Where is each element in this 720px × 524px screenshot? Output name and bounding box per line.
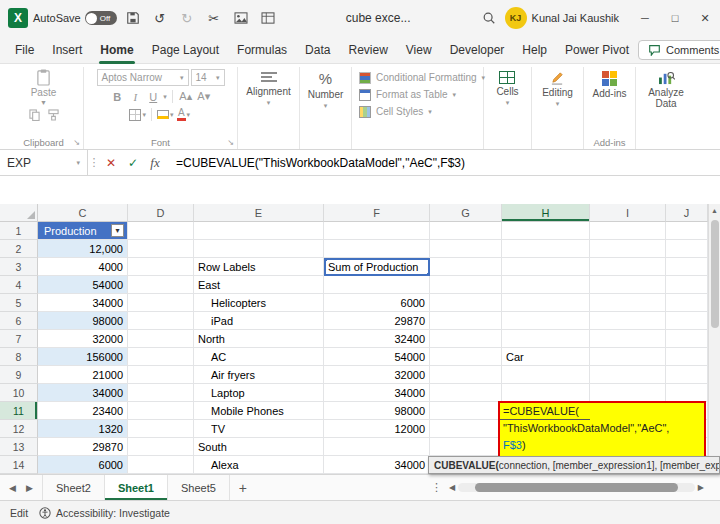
cell-H8[interactable]: Car <box>502 348 590 366</box>
cell-F7[interactable]: 32400 <box>324 330 430 348</box>
name-box[interactable]: EXP ▾ <box>0 150 88 175</box>
row-header-6[interactable]: 6 <box>0 312 38 330</box>
row-header-13[interactable]: 13 <box>0 438 38 456</box>
cell-C14[interactable]: 6000 <box>38 456 128 474</box>
cell-H6[interactable] <box>502 312 590 330</box>
cell-G3[interactable] <box>430 258 502 276</box>
horizontal-scrollbar[interactable]: ◀ ▶ <box>449 483 704 492</box>
cell-G1[interactable] <box>430 222 502 240</box>
cell-G11[interactable] <box>430 402 502 420</box>
editing-button[interactable]: Editing ▾ <box>542 69 573 108</box>
cell-C9[interactable]: 21000 <box>38 366 128 384</box>
cell-F14[interactable]: 34000 <box>324 456 430 474</box>
formula-bar-kebab-icon[interactable]: ⋮ <box>88 156 100 169</box>
cell-C7[interactable]: 32000 <box>38 330 128 348</box>
bold-button[interactable]: B <box>109 89 125 104</box>
cell-H10[interactable] <box>502 384 590 402</box>
number-button[interactable]: % Number ▾ <box>308 69 344 110</box>
vertical-scrollbar[interactable]: ▲ <box>708 204 720 474</box>
cell-I3[interactable] <box>590 258 666 276</box>
underline-button[interactable]: U <box>145 89 161 104</box>
table-icon[interactable] <box>257 7 279 29</box>
menu-tab-power-pivot[interactable]: Power Pivot <box>556 36 638 64</box>
confirm-entry-icon[interactable]: ✓ <box>122 150 144 175</box>
cell-D10[interactable] <box>128 384 194 402</box>
undo-icon[interactable]: ↺ <box>149 7 171 29</box>
cell-G8[interactable] <box>430 348 502 366</box>
cell-E2[interactable] <box>194 240 324 258</box>
cell-E4[interactable]: East <box>194 276 324 294</box>
document-title[interactable]: cube exce... <box>346 11 411 25</box>
search-icon[interactable] <box>478 7 500 29</box>
column-header-I[interactable]: I <box>590 204 666 222</box>
row-header-12[interactable]: 12 <box>0 420 38 438</box>
cell-F13[interactable] <box>324 438 430 456</box>
new-sheet-button[interactable]: + <box>230 480 256 496</box>
cell-E9[interactable]: Air fryers <box>194 366 324 384</box>
cell-I10[interactable] <box>590 384 666 402</box>
column-header-F[interactable]: F <box>324 204 430 222</box>
cell-I9[interactable] <box>590 366 666 384</box>
scroll-up-icon[interactable]: ▲ <box>711 204 718 217</box>
maximize-button[interactable]: □ <box>660 0 690 36</box>
cell-E7[interactable]: North <box>194 330 324 348</box>
avatar[interactable]: KJ <box>505 7 527 29</box>
decrease-font-button[interactable]: A▾ <box>196 89 212 104</box>
fill-color-button[interactable]: ▾ <box>157 107 174 122</box>
menu-tab-formulas[interactable]: Formulas <box>228 36 296 64</box>
row-header-14[interactable]: 14 <box>0 456 38 474</box>
sheet-nav-right-icon[interactable]: ▶ <box>21 483 38 493</box>
cell-F1[interactable] <box>324 222 430 240</box>
cell-E1[interactable] <box>194 222 324 240</box>
cell-D14[interactable] <box>128 456 194 474</box>
column-header-D[interactable]: D <box>128 204 194 222</box>
cell-G4[interactable] <box>430 276 502 294</box>
cell-G10[interactable] <box>430 384 502 402</box>
cut-icon[interactable]: ✂ <box>203 7 225 29</box>
menu-tab-page-layout[interactable]: Page Layout <box>143 36 228 64</box>
sheet-bar-kebab-icon[interactable]: ⋮ <box>424 481 449 494</box>
cell-D5[interactable] <box>128 294 194 312</box>
cell-D13[interactable] <box>128 438 194 456</box>
cancel-entry-icon[interactable]: ✕ <box>100 150 122 175</box>
cell-E3[interactable]: Row Labels <box>194 258 324 276</box>
cell-D9[interactable] <box>128 366 194 384</box>
sheet-tab-sheet2[interactable]: Sheet2 <box>42 475 105 500</box>
cell-C8[interactable]: 156000 <box>38 348 128 366</box>
cell-J6[interactable] <box>666 312 708 330</box>
cell-J10[interactable] <box>666 384 708 402</box>
minimize-button[interactable]: ─ <box>630 0 660 36</box>
cell-E6[interactable]: iPad <box>194 312 324 330</box>
cell-C4[interactable]: 54000 <box>38 276 128 294</box>
cell-D2[interactable] <box>128 240 194 258</box>
cell-D8[interactable] <box>128 348 194 366</box>
cell-F12[interactable]: 12000 <box>324 420 430 438</box>
sheet-tab-sheet5[interactable]: Sheet5 <box>168 475 230 500</box>
horizontal-scrollbar-track[interactable] <box>458 483 695 492</box>
column-header-H[interactable]: H <box>502 204 590 222</box>
horizontal-scrollbar-thumb[interactable] <box>475 483 679 492</box>
cell-F11[interactable]: 98000 <box>324 402 430 420</box>
cell-H4[interactable] <box>502 276 590 294</box>
cell-styles-button[interactable]: Cell Styles ▾ <box>359 103 432 120</box>
cell-J5[interactable] <box>666 294 708 312</box>
cell-I6[interactable] <box>590 312 666 330</box>
cell-J7[interactable] <box>666 330 708 348</box>
scroll-left-icon[interactable]: ◀ <box>449 483 455 492</box>
cell-E14[interactable]: Alexa <box>194 456 324 474</box>
menu-tab-developer[interactable]: Developer <box>441 36 514 64</box>
font-name-select[interactable]: Aptos Narrow ▾ <box>97 69 189 86</box>
cell-I5[interactable] <box>590 294 666 312</box>
cell-C11[interactable]: 23400 <box>38 402 128 420</box>
save-icon[interactable] <box>122 7 144 29</box>
menu-tab-insert[interactable]: Insert <box>43 36 91 64</box>
comments-button[interactable]: Comments <box>638 40 720 60</box>
paste-dropdown-icon[interactable]: ▼ <box>40 99 47 106</box>
cell-I2[interactable] <box>590 240 666 258</box>
sheet-tab-sheet1[interactable]: Sheet1 <box>105 475 168 500</box>
cell-C12[interactable]: 1320 <box>38 420 128 438</box>
cell-H7[interactable] <box>502 330 590 348</box>
accessibility-status[interactable]: Accessibility: Investigate <box>39 507 170 519</box>
cell-G9[interactable] <box>430 366 502 384</box>
cell-G12[interactable] <box>430 420 502 438</box>
